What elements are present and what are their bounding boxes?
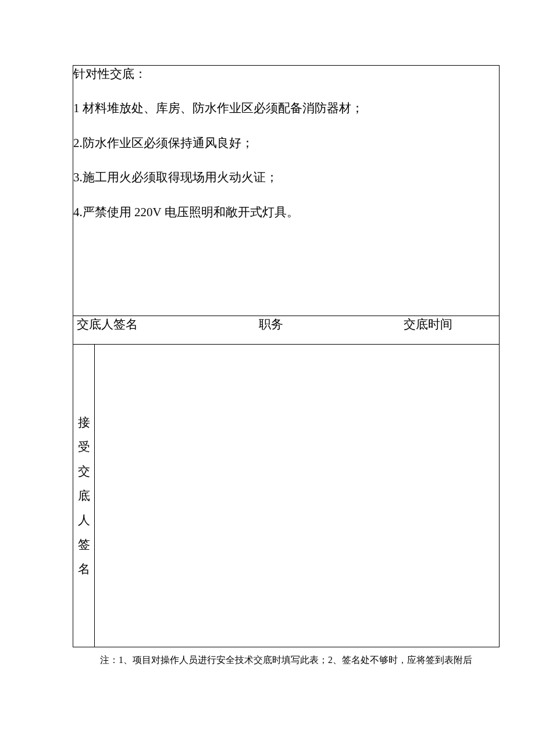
content-item-4: 4.严禁使用 220V 电压照明和敞开式灯具。 [73, 204, 499, 221]
footnote: 注：1、项目对操作人员进行安全技术交底时填写此表；2、签名处不够时，应将签到表附… [73, 654, 500, 667]
content-cell: 针对性交底： 1 材料堆放处、库房、防水作业区必须配备消防器材； 2.防水作业区… [73, 66, 500, 316]
form-table: 针对性交底： 1 材料堆放处、库房、防水作业区必须配备消防器材； 2.防水作业区… [73, 65, 500, 647]
receiver-signature-area [95, 345, 500, 647]
position-label: 职务 [259, 316, 283, 332]
content-item-1: 1 材料堆放处、库房、防水作业区必须配备消防器材； [73, 100, 499, 117]
receiver-vertical-label-cell: 接受交底人签名 [73, 345, 95, 647]
presenter-signature-label: 交底人签名 [77, 316, 138, 332]
receiver-vertical-label: 接受交底人签名 [73, 410, 94, 581]
content-item-2: 2.防水作业区必须保持通风良好； [73, 135, 499, 152]
time-label: 交底时间 [404, 316, 452, 332]
document-page: { "content": { "heading": "针对性交底：", "ite… [0, 0, 535, 756]
content-item-3: 3.施工用火必须取得现场用火动火证； [73, 169, 499, 186]
content-heading: 针对性交底： [73, 66, 499, 83]
signature-row: 交底人签名 职务 交底时间 [73, 316, 500, 345]
